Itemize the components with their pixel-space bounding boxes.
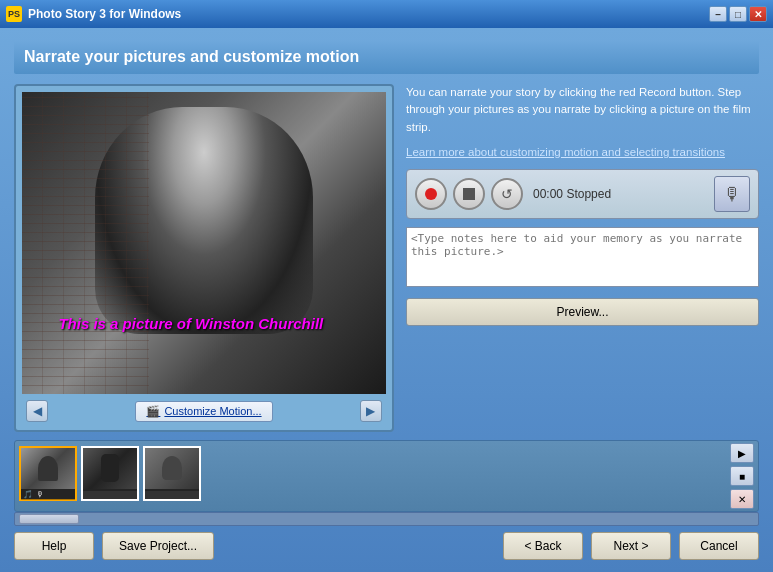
record-dot-icon <box>425 188 437 200</box>
next-button[interactable]: Next > <box>591 532 671 560</box>
image-display: This is a picture of Winston Churchill <box>22 92 386 394</box>
filmstrip-thumb-3[interactable] <box>143 446 201 501</box>
notes-textarea[interactable] <box>406 227 759 287</box>
description-text: You can narrate your story by clicking t… <box>406 84 759 161</box>
narration-icon: 🎙 <box>36 490 44 499</box>
customize-motion-button[interactable]: 🎬 Customize Motion... <box>135 401 272 422</box>
learn-more-link[interactable]: Learn more about customizing motion and … <box>406 146 725 158</box>
image-inner: This is a picture of Winston Churchill <box>22 92 386 394</box>
next-image-button[interactable]: ▶ <box>360 400 382 422</box>
preview-button[interactable]: Preview... <box>406 298 759 326</box>
close-button[interactable]: ✕ <box>749 6 767 22</box>
reset-button[interactable]: ↺ <box>491 178 523 210</box>
title-bar: PS Photo Story 3 for Windows – □ ✕ <box>0 0 773 28</box>
customize-motion-icon: 🎬 <box>146 405 160 418</box>
stop-button[interactable] <box>453 178 485 210</box>
filmstrip-neutral-button[interactable]: ■ <box>730 466 754 486</box>
bottom-toolbar: Help Save Project... < Back Next > Cance… <box>14 526 759 560</box>
music-icon: 🎵 <box>23 490 33 499</box>
record-button[interactable] <box>415 178 447 210</box>
image-nav: ◀ 🎬 Customize Motion... ▶ <box>22 398 386 424</box>
microphone-button[interactable]: 🎙 <box>714 176 750 212</box>
help-button[interactable]: Help <box>14 532 94 560</box>
filmstrip-scrollbar[interactable] <box>14 512 759 526</box>
back-button[interactable]: < Back <box>503 532 583 560</box>
app-icon: PS <box>6 6 22 22</box>
window-controls: – □ ✕ <box>709 6 767 22</box>
filmstrip-right-buttons: ▶ ■ ✕ <box>730 443 754 509</box>
cancel-button[interactable]: Cancel <box>679 532 759 560</box>
filmstrip-container: 🎵 🎙 <box>14 440 759 526</box>
content-area: This is a picture of Winston Churchill ◀… <box>14 84 759 432</box>
scrollbar-thumb <box>19 514 79 524</box>
thumb-icons-3 <box>145 489 199 491</box>
right-buttons: < Back Next > Cancel <box>503 532 759 560</box>
filmstrip-scroll: 🎵 🎙 <box>19 446 726 506</box>
stop-icon <box>463 188 475 200</box>
main-window: Narrate your pictures and customize moti… <box>0 28 773 572</box>
filmstrip: 🎵 🎙 <box>14 440 759 512</box>
reset-icon: ↺ <box>501 186 513 202</box>
maximize-button[interactable]: □ <box>729 6 747 22</box>
right-panel: You can narrate your story by clicking t… <box>406 84 759 432</box>
page-header: Narrate your pictures and customize moti… <box>14 40 759 74</box>
description-paragraph: You can narrate your story by clicking t… <box>406 84 759 136</box>
thumb-image-1 <box>21 448 75 489</box>
churchill-image: This is a picture of Winston Churchill <box>22 92 386 394</box>
filmstrip-thumb-1[interactable]: 🎵 🎙 <box>19 446 77 501</box>
recording-controls: ↺ 00:00 Stopped 🎙 <box>406 169 759 219</box>
thumb-icons-2 <box>83 489 137 491</box>
time-display: 00:00 Stopped <box>533 187 611 201</box>
notes-area <box>406 227 759 290</box>
image-caption: This is a picture of Winston Churchill <box>58 314 323 334</box>
filmstrip-forward-button[interactable]: ▶ <box>730 443 754 463</box>
thumb-icons-1: 🎵 🎙 <box>21 489 75 500</box>
page-title: Narrate your pictures and customize moti… <box>24 48 359 65</box>
minimize-button[interactable]: – <box>709 6 727 22</box>
filmstrip-delete-button[interactable]: ✕ <box>730 489 754 509</box>
microphone-icon: 🎙 <box>723 184 741 205</box>
customize-motion-label: Customize Motion... <box>164 405 261 417</box>
window-title: Photo Story 3 for Windows <box>28 7 709 21</box>
prev-image-button[interactable]: ◀ <box>26 400 48 422</box>
thumb-image-3 <box>145 448 199 489</box>
thumb-image-2 <box>83 448 137 489</box>
filmstrip-thumb-2[interactable] <box>81 446 139 501</box>
save-project-button[interactable]: Save Project... <box>102 532 214 560</box>
image-panel: This is a picture of Winston Churchill ◀… <box>14 84 394 432</box>
